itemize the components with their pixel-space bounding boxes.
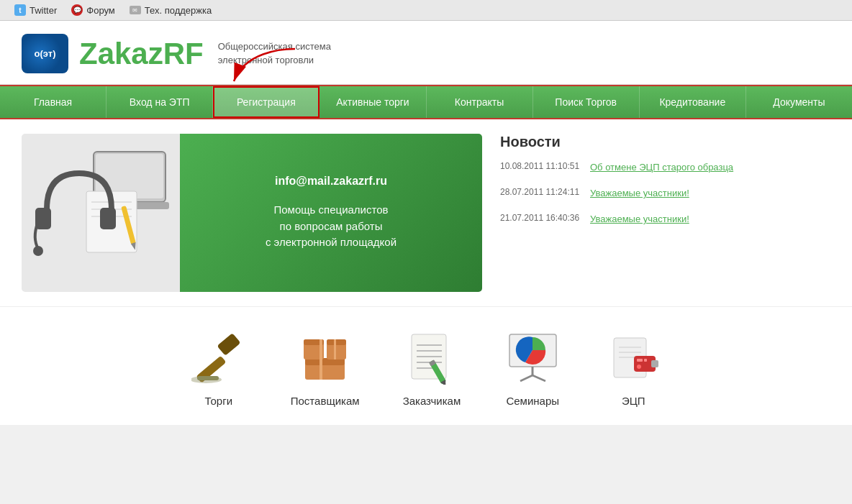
- banner-email: info@mail.zakazrf.ru: [275, 175, 387, 188]
- gavel-icon: [191, 331, 245, 385]
- nav-search[interactable]: Поиск Торгов: [533, 86, 640, 118]
- svg-rect-47: [644, 359, 647, 362]
- banner-text: Помощь специалистов по вопросам работы с…: [266, 202, 396, 251]
- twitter-label: Twitter: [30, 5, 57, 16]
- svg-rect-16: [197, 376, 219, 380]
- logo-emblem: [22, 34, 68, 73]
- svg-point-12: [33, 246, 43, 256]
- icon-seminars[interactable]: Семинары: [504, 329, 561, 407]
- news-link-3[interactable]: Уважаемые участники!: [590, 213, 689, 226]
- news-item-2: 28.07.2011 11:24:11 Уважаемые участники!: [500, 187, 830, 200]
- doc-icon: [404, 331, 458, 385]
- usb-icon-visual: [604, 329, 662, 386]
- support-link[interactable]: ✉ Тех. поддержка: [130, 5, 212, 16]
- forum-link[interactable]: 💬 Форум: [71, 4, 115, 16]
- svg-line-38: [520, 375, 532, 381]
- trades-label: Торги: [204, 395, 232, 407]
- gavel-icon-visual: [190, 329, 248, 386]
- forum-label: Форум: [86, 5, 115, 16]
- customers-label: Заказчикам: [403, 395, 461, 407]
- nav-credit[interactable]: Кредитование: [640, 86, 746, 118]
- news-link-2[interactable]: Уважаемые участники!: [590, 187, 689, 200]
- banner-right: info@mail.zakazrf.ru Помощь специалистов…: [180, 134, 482, 292]
- icon-ecp[interactable]: ЭЦП: [604, 329, 662, 407]
- svg-rect-11: [100, 208, 116, 229]
- nav-home[interactable]: Главная: [0, 86, 106, 118]
- support-icon: ✉: [130, 6, 141, 14]
- news-section: Новости 10.08.2011 11:10:51 Об отмене ЭЦ…: [500, 134, 830, 292]
- doc-icon-visual: [403, 329, 461, 386]
- icon-trades[interactable]: Торги: [190, 329, 248, 407]
- nav-wrapper: Главная Вход на ЭТП Регистрация Активные…: [0, 85, 852, 119]
- chart-icon-visual: [504, 329, 561, 386]
- logo-text: ZakazRF: [79, 39, 204, 69]
- news-date-1: 10.08.2011 11:10:51: [500, 161, 583, 171]
- support-label: Тех. поддержка: [145, 5, 212, 16]
- chart-icon: [506, 331, 560, 385]
- logo-subtitle: Общероссийская система электронной торго…: [218, 40, 331, 66]
- news-title: Новости: [500, 134, 830, 150]
- svg-rect-45: [651, 360, 658, 367]
- svg-line-39: [532, 375, 545, 381]
- news-date-3: 21.07.2011 16:40:36: [500, 213, 583, 223]
- banner-left: [22, 134, 180, 292]
- nav-login[interactable]: Вход на ЭТП: [106, 86, 213, 118]
- banner: info@mail.zakazrf.ru Помощь специалистов…: [22, 134, 482, 292]
- nav-bar: Главная Вход на ЭТП Регистрация Активные…: [0, 85, 852, 119]
- news-item-1: 10.08.2011 11:10:51 Об отмене ЭЦП старог…: [500, 161, 830, 174]
- top-bar: t Twitter 💬 Форум ✉ Тех. поддержка: [0, 0, 852, 21]
- ecp-label: ЭЦП: [622, 395, 645, 407]
- boxes-icon: [298, 331, 352, 385]
- svg-rect-24: [334, 339, 336, 359]
- nav-docs[interactable]: Документы: [746, 86, 852, 118]
- svg-rect-23: [320, 339, 322, 359]
- banner-illustration: [25, 137, 176, 288]
- news-date-2: 28.07.2011 11:24:11: [500, 187, 583, 197]
- svg-point-48: [637, 365, 641, 369]
- twitter-icon: t: [14, 4, 26, 16]
- svg-rect-46: [637, 359, 643, 362]
- twitter-link[interactable]: t Twitter: [14, 4, 57, 16]
- boxes-icon-visual: [296, 329, 354, 386]
- forum-icon: 💬: [71, 4, 83, 16]
- news-item-3: 21.07.2011 16:40:36 Уважаемые участники!: [500, 213, 830, 226]
- svg-rect-14: [217, 333, 241, 356]
- usb-icon: [607, 334, 661, 381]
- icon-suppliers[interactable]: Поставщикам: [291, 329, 360, 407]
- icon-customers[interactable]: Заказчикам: [403, 329, 461, 407]
- header: ZakazRF Общероссийская система электронн…: [0, 21, 852, 85]
- nav-register[interactable]: Регистрация: [213, 86, 320, 118]
- svg-rect-22: [327, 339, 346, 345]
- nav-active-trades[interactable]: Активные торги: [320, 86, 426, 118]
- icons-section: Торги Поставщикам: [0, 306, 852, 425]
- news-link-1[interactable]: Об отмене ЭЦП старого образца: [590, 161, 733, 174]
- suppliers-label: Поставщикам: [291, 395, 360, 407]
- main-content: info@mail.zakazrf.ru Помощь специалистов…: [0, 119, 852, 306]
- seminars-label: Семинары: [506, 395, 559, 407]
- nav-contracts[interactable]: Контракты: [427, 86, 533, 118]
- svg-rect-25: [320, 358, 322, 380]
